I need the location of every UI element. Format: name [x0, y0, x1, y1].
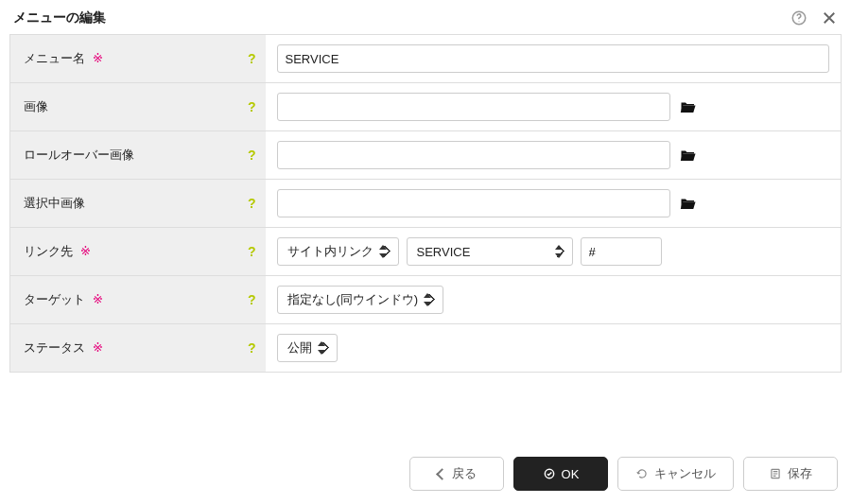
menu-name-input[interactable]	[277, 44, 830, 73]
target-select[interactable]: 指定なし(同ウインドウ)	[277, 286, 444, 314]
field-help-icon[interactable]: ?	[248, 244, 256, 259]
value-link: サイト内リンク SERVICE	[266, 228, 842, 276]
value-status: 公開	[266, 324, 842, 373]
field-help-icon[interactable]: ?	[248, 51, 256, 66]
check-circle-icon	[543, 467, 556, 480]
link-type-value: サイト内リンク	[287, 243, 373, 260]
undo-icon	[635, 467, 649, 480]
sort-arrows-icon	[318, 341, 327, 355]
label-rollover-image: ロールオーバー画像 ?	[10, 131, 266, 180]
save-button[interactable]: 保存	[743, 457, 838, 491]
ok-label: OK	[562, 467, 580, 481]
status-value: 公開	[287, 339, 312, 356]
value-menu-name	[266, 35, 842, 83]
field-help-icon[interactable]: ?	[248, 99, 256, 114]
link-anchor-input[interactable]	[581, 237, 662, 266]
value-selected-image	[266, 180, 842, 228]
sort-arrows-icon	[379, 245, 389, 258]
label-target: ターゲット ※ ?	[10, 276, 266, 324]
field-help-icon[interactable]: ?	[248, 292, 256, 307]
folder-open-icon[interactable]	[680, 196, 697, 211]
value-image	[266, 83, 842, 131]
rollover-image-input[interactable]	[277, 141, 670, 169]
selected-image-input[interactable]	[277, 189, 670, 217]
required-mark: ※	[93, 340, 103, 355]
button-bar: 戻る OK キャンセル 保存	[409, 457, 838, 491]
cancel-label: キャンセル	[654, 465, 716, 482]
target-value: 指定なし(同ウインドウ)	[287, 291, 419, 308]
value-rollover-image	[266, 131, 842, 180]
required-mark: ※	[80, 244, 91, 258]
value-target: 指定なし(同ウインドウ)	[266, 276, 842, 324]
label-text: 選択中画像	[24, 196, 85, 210]
dialog-title: メニューの編集	[13, 9, 106, 26]
image-input[interactable]	[277, 93, 670, 121]
label-text: 画像	[24, 99, 48, 113]
save-label: 保存	[788, 465, 812, 482]
link-page-select[interactable]: SERVICE	[407, 237, 573, 266]
form-table: メニュー名 ※ ? 画像 ? ロールオーバー画像 ?	[9, 34, 842, 373]
back-button[interactable]: 戻る	[409, 457, 504, 491]
folder-open-icon[interactable]	[680, 99, 697, 114]
field-help-icon[interactable]: ?	[248, 340, 256, 356]
link-type-select[interactable]: サイト内リンク	[277, 237, 399, 266]
help-icon[interactable]	[790, 9, 808, 26]
required-mark: ※	[93, 51, 103, 65]
sort-arrows-icon	[424, 293, 433, 306]
dialog-header: メニューの編集	[0, 0, 851, 34]
label-image: 画像 ?	[10, 83, 266, 131]
label-text: ターゲット	[24, 292, 85, 306]
ok-button[interactable]: OK	[513, 457, 608, 491]
required-mark: ※	[93, 292, 103, 306]
back-label: 戻る	[452, 465, 477, 482]
field-help-icon[interactable]: ?	[248, 196, 256, 211]
save-icon	[769, 467, 782, 480]
field-help-icon[interactable]: ?	[248, 148, 256, 163]
chevron-left-icon	[438, 467, 446, 481]
sort-arrows-icon	[555, 245, 564, 258]
cancel-button[interactable]: キャンセル	[617, 457, 734, 491]
svg-point-1	[798, 21, 799, 22]
label-link: リンク先 ※ ?	[10, 228, 266, 276]
label-text: メニュー名	[24, 51, 85, 65]
label-text: ロールオーバー画像	[24, 148, 134, 162]
label-menu-name: メニュー名 ※ ?	[10, 35, 266, 83]
status-select[interactable]: 公開	[277, 334, 338, 362]
link-page-value: SERVICE	[417, 245, 471, 259]
label-text: ステータス	[24, 340, 85, 355]
folder-open-icon[interactable]	[680, 148, 697, 163]
label-selected-image: 選択中画像 ?	[10, 180, 266, 228]
label-text: リンク先	[24, 244, 73, 258]
label-status: ステータス ※ ?	[10, 324, 266, 373]
close-icon[interactable]	[821, 9, 838, 26]
